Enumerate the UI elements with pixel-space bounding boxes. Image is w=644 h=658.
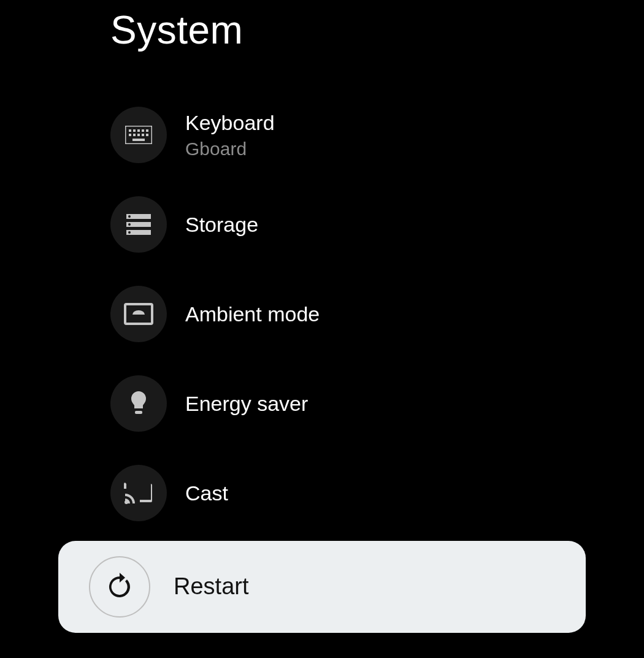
svg-point-15 [128, 215, 131, 218]
menu-item-energy-saver[interactable]: Energy saver [110, 375, 644, 432]
svg-rect-1 [129, 129, 131, 132]
menu-item-text: Storage [185, 212, 258, 237]
page-title: System [110, 7, 644, 53]
menu-item-keyboard[interactable]: Keyboard Gboard [110, 107, 644, 163]
restart-icon [89, 556, 150, 618]
svg-rect-5 [146, 129, 148, 132]
menu-item-label: Keyboard [185, 110, 275, 136]
menu-item-restart[interactable]: Restart [58, 541, 586, 633]
menu-item-label: Restart [174, 573, 248, 601]
svg-rect-3 [137, 129, 140, 132]
menu-item-cast[interactable]: Cast [110, 465, 644, 521]
svg-rect-6 [129, 134, 131, 136]
menu-item-text: Energy saver [185, 391, 308, 416]
menu-item-ambient-mode[interactable]: Ambient mode [110, 286, 644, 342]
svg-point-20 [125, 500, 128, 504]
cast-icon [110, 465, 167, 521]
menu-item-text: Ambient mode [185, 302, 320, 327]
svg-rect-7 [133, 134, 136, 136]
lightbulb-icon [110, 375, 167, 432]
menu-item-sublabel: Gboard [185, 139, 275, 159]
menu-item-text: Keyboard Gboard [185, 110, 275, 160]
svg-rect-2 [133, 129, 136, 132]
svg-rect-4 [142, 129, 144, 132]
menu-item-label: Storage [185, 212, 258, 237]
svg-rect-9 [142, 134, 144, 136]
svg-rect-11 [132, 139, 145, 141]
menu-item-label: Energy saver [185, 391, 308, 416]
menu-item-label: Cast [185, 481, 228, 506]
svg-point-17 [128, 231, 131, 234]
svg-rect-8 [137, 134, 140, 136]
menu-item-storage[interactable]: Storage [110, 196, 644, 253]
ambient-mode-icon [110, 286, 167, 342]
keyboard-icon [110, 107, 167, 163]
storage-icon [110, 196, 167, 253]
menu-item-text: Cast [185, 481, 228, 506]
system-settings-page: System [0, 0, 644, 521]
svg-point-16 [128, 223, 131, 226]
svg-rect-10 [146, 134, 148, 136]
menu-item-text: Restart [174, 573, 248, 601]
menu-list: Keyboard Gboard Storage [110, 107, 644, 521]
menu-item-label: Ambient mode [185, 302, 320, 327]
svg-rect-19 [135, 411, 142, 414]
